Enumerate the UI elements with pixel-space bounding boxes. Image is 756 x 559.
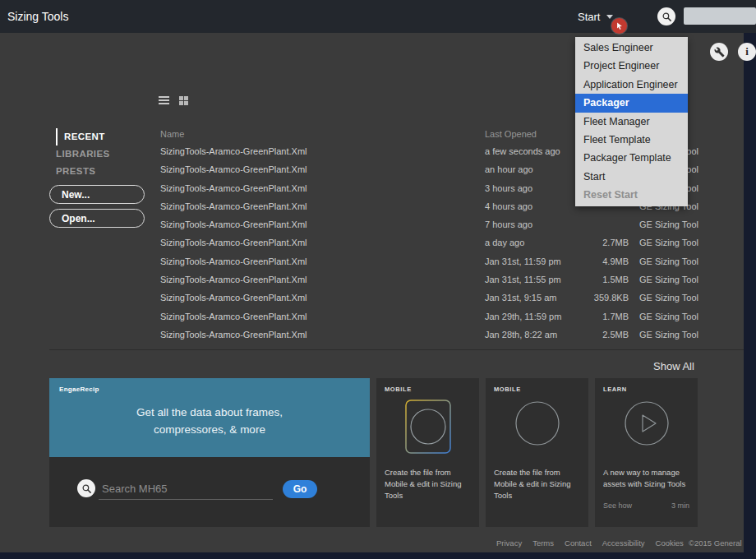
- column-header-last-opened: Last Opened: [485, 129, 537, 139]
- file-row[interactable]: SizingTools-Aramco-GreenPlant.Xml 7 hour…: [0, 215, 744, 233]
- circle-outline-icon: [514, 400, 561, 450]
- file-size-cell: 2.7MB: [575, 233, 629, 252]
- file-type-cell: GE Sizing Tool: [639, 270, 698, 289]
- menu-item-sales-engineer[interactable]: Sales Engineer: [575, 39, 688, 57]
- card-badge: MOBILE: [385, 386, 412, 393]
- info-icon: i: [745, 45, 749, 58]
- menu-item-project-engineer[interactable]: Project Engineer: [575, 57, 688, 75]
- search-icon: [662, 12, 672, 22]
- footer-links: Privacy Terms Contact Accessibility Cook…: [496, 538, 684, 547]
- file-type-cell: GE Sizing Tool: [639, 252, 698, 270]
- file-size-cell: 2.5MB: [575, 326, 629, 344]
- file-type-cell: GE Sizing Tool: [639, 307, 698, 326]
- see-how-link[interactable]: See how: [603, 501, 632, 510]
- start-dropdown-menu: Sales Engineer Project Engineer Applicat…: [575, 37, 688, 206]
- file-row[interactable]: SizingTools-Aramco-GreenPlant.Xml Jan 31…: [0, 252, 744, 270]
- top-bar: Sizing Tools Start: [0, 0, 756, 33]
- file-name-cell: SizingTools-Aramco-GreenPlant.Xml: [160, 215, 307, 233]
- menu-item-start[interactable]: Start: [575, 168, 688, 186]
- grid-view-icon[interactable]: [179, 94, 188, 109]
- start-label: Start: [578, 11, 600, 23]
- menu-item-application-engineer[interactable]: Application Engineer: [575, 76, 688, 94]
- chevron-down-icon: [606, 15, 613, 19]
- file-name-cell: SizingTools-Aramco-GreenPlant.Xml: [160, 233, 307, 252]
- app-title: Sizing Tools: [7, 0, 68, 33]
- file-last-opened-cell: an hour ago: [485, 160, 533, 178]
- footer-link-privacy[interactable]: Privacy: [496, 538, 522, 547]
- file-type-cell: GE Sizing Tool: [639, 326, 698, 344]
- copyright-text: ©2015 General Electric: [689, 538, 744, 547]
- footer-link-cookies[interactable]: Cookies: [656, 538, 684, 547]
- promo-search-area: Go: [49, 457, 370, 527]
- file-name-cell: SizingTools-Aramco-GreenPlant.Xml: [160, 179, 307, 197]
- menu-item-reset-start[interactable]: Reset Start: [575, 186, 688, 204]
- file-last-opened-cell: 4 hours ago: [485, 197, 532, 215]
- card-text: Create the file from Mobile & edit in Si…: [494, 467, 579, 501]
- mobile-card-1[interactable]: MOBILE Create the file from Mobile & edi…: [376, 378, 479, 527]
- promo-banner: EngaeRecip Get all the data about frames…: [49, 378, 370, 457]
- search-button[interactable]: [657, 7, 675, 25]
- file-name-cell: SizingTools-Aramco-GreenPlant.Xml: [160, 326, 307, 344]
- file-last-opened-cell: 7 hours ago: [485, 215, 532, 233]
- global-search-input[interactable]: [684, 7, 756, 25]
- promo-search-input[interactable]: [99, 478, 273, 500]
- promo-headline: Get all the data about frames, compresso…: [49, 404, 370, 439]
- file-name-cell: SizingTools-Aramco-GreenPlant.Xml: [160, 289, 307, 307]
- cursor-icon: [615, 21, 624, 31]
- go-button[interactable]: Go: [283, 480, 317, 498]
- file-size-cell: 1.7MB: [575, 307, 629, 326]
- list-view-icon[interactable]: [159, 94, 169, 109]
- click-indicator: [611, 18, 627, 34]
- file-last-opened-cell: Jan 29th, 11:59 pm: [485, 307, 561, 326]
- info-button[interactable]: i: [738, 43, 756, 61]
- file-last-opened-cell: 3 hours ago: [485, 179, 532, 197]
- file-size-cell: 1.5MB: [575, 270, 629, 289]
- mobile-card-2[interactable]: MOBILE Create the file from Mobile & edi…: [486, 378, 588, 527]
- file-last-opened-cell: Jan 31st, 9:15 am: [485, 289, 556, 307]
- file-size-cell: 359.8KB: [575, 289, 629, 307]
- menu-item-fleet-template[interactable]: Fleet Template: [575, 131, 688, 149]
- video-duration: 3 min: [671, 501, 689, 510]
- file-name-cell: SizingTools-Aramco-GreenPlant.Xml: [160, 142, 307, 160]
- file-last-opened-cell: a day ago: [485, 233, 524, 252]
- file-type-cell: GE Sizing Tool: [639, 233, 698, 252]
- promo-card[interactable]: EngaeRecip Get all the data about frames…: [49, 378, 370, 527]
- footer-link-accessibility[interactable]: Accessibility: [602, 538, 645, 547]
- section-divider: [49, 349, 744, 350]
- file-size-cell: 4.9MB: [575, 252, 629, 270]
- file-row[interactable]: SizingTools-Aramco-GreenPlant.Xml Jan 28…: [0, 326, 744, 344]
- file-name-cell: SizingTools-Aramco-GreenPlant.Xml: [160, 252, 307, 270]
- menu-item-fleet-manager[interactable]: Fleet Manager: [575, 113, 688, 131]
- footer-link-terms[interactable]: Terms: [532, 538, 554, 547]
- promo-headline-line2: compressores, & more: [49, 422, 370, 439]
- card-badge: MOBILE: [494, 386, 521, 393]
- file-last-opened-cell: Jan 28th, 8:22 am: [485, 326, 557, 344]
- file-row[interactable]: SizingTools-Aramco-GreenPlant.Xml a day …: [0, 233, 744, 252]
- file-last-opened-cell: Jan 31st, 11:55 pm: [485, 270, 561, 289]
- menu-item-packager[interactable]: Packager: [575, 94, 688, 112]
- file-last-opened-cell: Jan 31st, 11:59 pm: [485, 252, 561, 270]
- promo-headline-line1: Get all the data about frames,: [49, 404, 370, 422]
- file-row[interactable]: SizingTools-Aramco-GreenPlant.Xml Jan 31…: [0, 289, 744, 307]
- card-badge: LEARN: [603, 386, 627, 393]
- file-row[interactable]: SizingTools-Aramco-GreenPlant.Xml Jan 31…: [0, 270, 744, 289]
- column-header-name: Name: [160, 129, 184, 139]
- card-footer: See how 3 min: [603, 501, 689, 510]
- card-text: Create the file from Mobile & edit in Si…: [385, 467, 470, 501]
- tools-button[interactable]: [710, 43, 728, 61]
- file-type-cell: GE Sizing Tool: [639, 289, 698, 307]
- device-outline-icon: [405, 400, 451, 459]
- file-name-cell: SizingTools-Aramco-GreenPlant.Xml: [160, 270, 307, 289]
- learn-card[interactable]: LEARN A new way to manage assets with Si…: [595, 378, 698, 527]
- show-all-link[interactable]: Show All: [653, 360, 694, 372]
- file-last-opened-cell: a few seconds ago: [485, 142, 560, 160]
- file-name-cell: SizingTools-Aramco-GreenPlant.Xml: [160, 197, 307, 215]
- menu-item-packager-template[interactable]: Packager Template: [575, 149, 688, 167]
- file-type-cell: GE Sizing Tool: [639, 215, 698, 233]
- footer-link-contact[interactable]: Contact: [565, 538, 592, 547]
- file-row[interactable]: SizingTools-Aramco-GreenPlant.Xml Jan 29…: [0, 307, 744, 326]
- wrench-icon: [714, 47, 725, 58]
- start-menu-button[interactable]: Start: [578, 0, 613, 33]
- file-name-cell: SizingTools-Aramco-GreenPlant.Xml: [160, 307, 307, 326]
- file-name-cell: SizingTools-Aramco-GreenPlant.Xml: [160, 160, 307, 178]
